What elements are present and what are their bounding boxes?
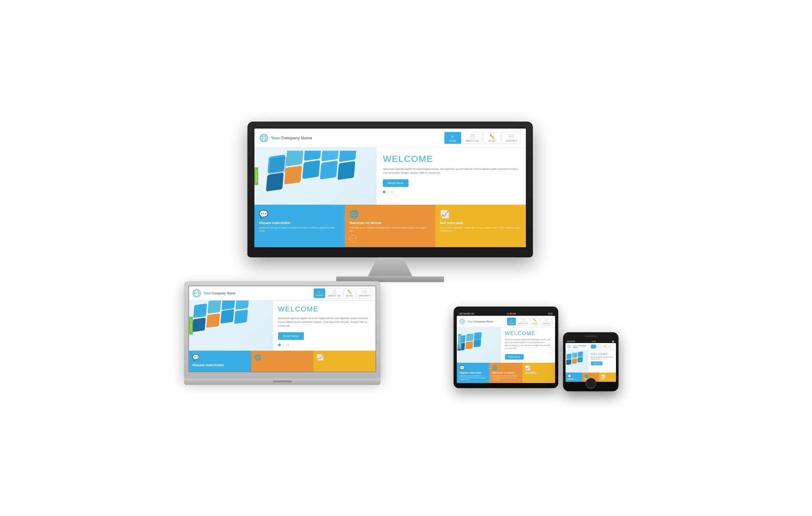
nav-home-phone[interactable]: ⌂ — [590, 344, 596, 349]
site-header-laptop: Your Company Name ⌂ HOME 📄 ABOUT US — [189, 286, 376, 301]
feature-card-3-desktop: 📈 Sed malesuada Cras in libero imperdiet… — [435, 205, 526, 247]
hero-section-desktop: FEEDBACK — [254, 147, 526, 205]
feat-icon-3-tablet: 📈 — [525, 365, 553, 370]
feature-icon-1: 💬 — [259, 210, 340, 219]
read-more-button-laptop[interactable]: Read More — [278, 332, 304, 340]
logo-desktop: Your Company Name — [259, 134, 313, 142]
nav-blog-laptop[interactable]: ✏️ BLOG — [344, 288, 355, 298]
monitor-bezel: Your Company Name ⌂ HOME 📄 ABOUT US — [248, 121, 533, 257]
dot-1-laptop — [278, 344, 281, 346]
phone-screen: Your Company Name ⌂ 📄 ✏️ — [566, 343, 616, 382]
nav-desktop: ⌂ HOME 📄 ABOUT US ✏️ BLOG — [444, 132, 521, 144]
feat-title-2-phone: Maecenas — [584, 378, 597, 380]
nav-about-tablet[interactable]: 📄 ABOUT US — [517, 317, 530, 326]
svg-rect-16 — [269, 156, 287, 175]
feature-card-3-tablet: 📈 Sed maleu... — [522, 363, 555, 383]
features-row-desktop: 💬 Aliquam eratvolution Vestitulum ante i… — [254, 205, 526, 247]
hero-title-phone: WELCOME — [591, 352, 613, 355]
nav-contact-phone[interactable]: ✉️ — [609, 344, 614, 349]
feedback-badge-laptop: FEEDBACK — [189, 317, 193, 334]
logo-globe-icon-laptop — [192, 289, 201, 298]
nav-blog-phone[interactable]: ✏️ — [603, 344, 608, 349]
nav-contact-tablet[interactable]: ✉️ CONTACT — [540, 317, 553, 326]
nav-tablet: ⌂ HOME 📄 ABOUT US ✏️ BLOG — [507, 317, 553, 326]
read-more-button-desktop[interactable]: Read More — [383, 179, 409, 187]
tablet-battery: 51% — [548, 313, 553, 315]
feature-card-1-laptop: 💬 Aliquam eratvolution — [189, 351, 251, 372]
svg-rect-21 — [193, 303, 207, 318]
phone-battery: ▌▌ — [612, 341, 614, 343]
tablet-screen: Your Company Name ⌂ HOME 📄 ABOUT US — [457, 316, 555, 383]
hero-text-laptop: Maecenas egestas sapien sit amet magna l… — [278, 317, 371, 328]
svg-rect-13 — [320, 161, 338, 179]
read-more-button-phone[interactable]: Read More — [591, 361, 603, 365]
nav-about-laptop[interactable]: 📄 ABOUT US — [326, 288, 343, 298]
dot-1 — [383, 191, 385, 193]
home-icon-phone: ⌂ — [593, 345, 594, 348]
svg-rect-7 — [286, 151, 303, 166]
nav-contact-laptop[interactable]: ✉️ CONTACT — [356, 288, 372, 298]
feat-icon-1-phone: 💬 — [568, 375, 580, 378]
feature-icon-1-laptop: 💬 — [192, 354, 248, 361]
feedback-badge-tablet: FEEDBACK — [458, 334, 461, 349]
dot-2-laptop — [282, 344, 285, 346]
svg-rect-35 — [474, 332, 482, 340]
hero-image-tablet: FEEDBACK — [457, 327, 501, 363]
tiles-svg-phone — [566, 350, 588, 373]
hero-image-desktop: FEEDBACK — [254, 147, 377, 205]
feature-card-1-phone: 💬 Aliquam — [566, 373, 582, 382]
feature-text-2-desktop: Nulla odio purus, hendrerit ut facilisis… — [349, 226, 431, 233]
logo-text-laptop: Your Company Name — [204, 292, 235, 295]
feature-card-1-tablet: 💬 Aliquam eratvolution Vestitulum ante i… — [457, 363, 489, 383]
feature-icon-3-laptop: 📈 — [317, 354, 372, 361]
logo-text-desktop: Your Company Name — [271, 136, 313, 140]
nav-about-desktop[interactable]: 📄 ABOUT US — [463, 132, 483, 144]
hero-text-desktop: Maecenas egestas sapien sit amet magna l… — [383, 167, 520, 175]
tiles-svg — [258, 151, 377, 205]
feat-title-3-phone: Sed — [601, 378, 614, 380]
features-row-phone: 💬 Aliquam 🌐 Maecenas 📈 Sed — [566, 373, 616, 382]
home-icon-tablet: ⌂ — [511, 319, 512, 322]
hero-section-tablet: FEEDBACK WELCOME — [457, 327, 555, 363]
tablet-network: NETWORK 3G — [459, 313, 474, 315]
hero-content-desktop: WELCOME Maecenas egestas sapien sit amet… — [377, 147, 526, 205]
svg-rect-36 — [465, 341, 473, 349]
read-more-button-tablet[interactable]: Read More — [505, 354, 524, 359]
feature-card-1-desktop: 💬 Aliquam eratvolution Vestitulum ante i… — [254, 205, 345, 247]
logo-globe-icon — [259, 134, 268, 142]
nav-contact-desktop[interactable]: ✉️ CONTACT — [502, 132, 521, 144]
dot-2 — [387, 191, 389, 193]
feat-text-1-tablet: Vestitulum ante ipsum primis in faucibus… — [459, 375, 487, 380]
blog-icon-laptop: ✏️ — [347, 290, 352, 294]
svg-rect-12 — [302, 160, 320, 179]
website-laptop: Your Company Name ⌂ HOME 📄 ABOUT US — [189, 286, 376, 372]
nav-blog-tablet[interactable]: ✏️ BLOG — [531, 317, 540, 326]
blog-icon-phone: ✏️ — [604, 345, 607, 348]
about-icon-phone: 📄 — [598, 345, 601, 348]
nav-home-laptop[interactable]: ⌂ HOME — [313, 288, 325, 298]
nav-home-tablet[interactable]: ⌂ HOME — [507, 317, 516, 326]
nav-about-phone[interactable]: 📄 — [597, 344, 602, 349]
feature-text-3-desktop: Cras in libero imperdiet, ullamcorper te… — [440, 226, 521, 233]
website-tablet: Your Company Name ⌂ HOME 📄 ABOUT US — [457, 316, 555, 383]
about-icon-laptop: 📄 — [332, 290, 337, 294]
feat-icon-2-tablet: 🌐 — [492, 365, 520, 370]
nav-blog-desktop[interactable]: ✏️ BLOG — [484, 132, 501, 144]
nav-phone: ⌂ 📄 ✏️ ✉️ — [590, 344, 614, 349]
logo-globe-icon-phone — [567, 345, 571, 348]
svg-rect-48 — [566, 359, 572, 364]
hero-content-tablet: WELCOME Maecenas egestas sapien sit amet… — [501, 327, 555, 363]
svg-rect-47 — [578, 357, 583, 362]
hero-section-phone: WELCOME Maecenas egestas sapien sit amet… — [566, 350, 616, 373]
feature-arrow-2[interactable]: → — [349, 235, 356, 242]
monitor-screen: Your Company Name ⌂ HOME 📄 ABOUT US — [254, 128, 526, 248]
svg-rect-28 — [192, 318, 206, 332]
blog-icon-tablet: ✏️ — [533, 319, 537, 322]
about-icon: 📄 — [470, 134, 475, 139]
hero-content-laptop: WELCOME Maecenas egestas sapien sit amet… — [273, 301, 376, 351]
svg-rect-11 — [284, 166, 302, 184]
svg-rect-37 — [473, 339, 481, 347]
feat-icon-3-phone: 📈 — [601, 375, 614, 378]
feature-title-3-desktop: Sed malesuada — [440, 221, 521, 225]
nav-home-desktop[interactable]: ⌂ HOME — [444, 132, 462, 144]
